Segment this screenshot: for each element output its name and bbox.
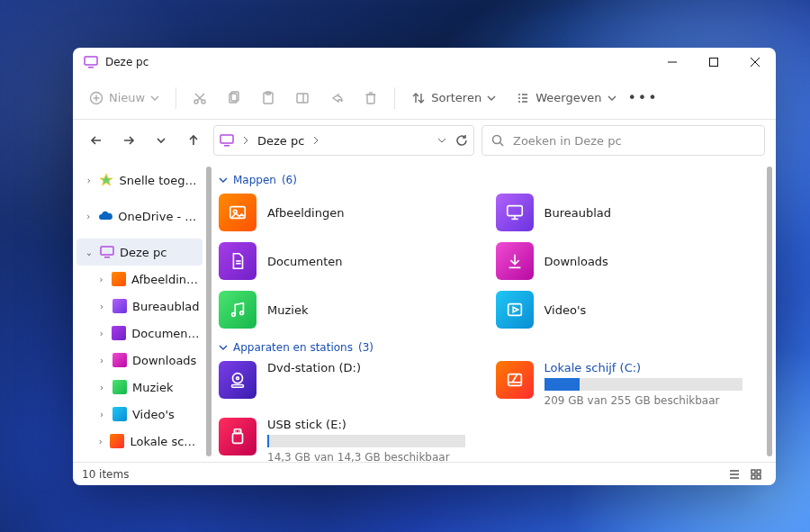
svg-rect-17 — [297, 94, 308, 103]
refresh-icon[interactable] — [455, 134, 468, 147]
details-view-button[interactable] — [724, 465, 745, 483]
sidebar-item-documents[interactable]: › Documenten — [76, 320, 202, 347]
group-label: Mappen — [233, 174, 276, 186]
sidebar-item-onedrive[interactable]: › OneDrive - Perso — [76, 203, 202, 230]
chevron-right-icon: › — [96, 356, 107, 365]
group-count: (6) — [282, 174, 297, 186]
svg-point-10 — [202, 100, 205, 104]
titlebar[interactable]: Deze pc — [73, 48, 776, 77]
folder-label: Downloads — [544, 255, 608, 268]
sidebar-item-videos[interactable]: › Video's — [76, 401, 202, 428]
svg-point-50 — [240, 311, 244, 315]
folder-pictures[interactable]: Afbeeldingen — [219, 194, 487, 231]
folder-documents[interactable]: Documenten — [219, 242, 487, 280]
chevron-right-icon: › — [84, 176, 94, 185]
folder-desktop[interactable]: Bureaublad — [496, 194, 764, 231]
sidebar-item-local-disk[interactable]: › Lokale schijf (C: — [76, 428, 202, 455]
share-icon — [329, 91, 344, 105]
rename-icon — [295, 91, 310, 105]
chevron-right-icon: › — [96, 437, 104, 446]
sidebar-item-quick-access[interactable]: › Snelle toegang — [76, 167, 202, 194]
paste-button[interactable] — [252, 82, 284, 114]
svg-rect-56 — [508, 374, 521, 386]
usb-icon — [219, 418, 256, 455]
folder-downloads[interactable]: Downloads — [496, 242, 764, 280]
back-button[interactable] — [84, 126, 109, 155]
svg-line-58 — [512, 374, 518, 383]
cloud-icon — [98, 209, 112, 223]
breadcrumb[interactable]: Deze pc — [257, 134, 304, 148]
svg-marker-37 — [100, 174, 112, 185]
up-button[interactable] — [181, 126, 206, 155]
drive-usb[interactable]: USB stick (E:) 14,3 GB van 14,3 GB besch… — [219, 418, 487, 462]
sidebar-item-desktop[interactable]: › Bureaublad — [76, 293, 202, 320]
drive-dvd[interactable]: Dvd-station (D:) — [219, 361, 487, 407]
folder-icon — [112, 299, 127, 313]
folder-icon — [219, 291, 256, 329]
sidebar-item-this-pc[interactable]: ⌄ Deze pc — [76, 239, 202, 266]
minimize-button[interactable] — [652, 48, 693, 77]
chevron-down-icon — [487, 94, 496, 103]
address-bar[interactable]: Deze pc — [213, 125, 474, 156]
chevron-down-icon — [150, 94, 159, 103]
search-input[interactable]: Zoeken in Deze pc — [482, 125, 765, 156]
separator — [394, 87, 395, 109]
chevron-down-icon[interactable] — [437, 136, 446, 145]
capacity-bar — [267, 435, 465, 447]
recent-button[interactable] — [148, 126, 174, 155]
content-pane[interactable]: Mappen (6) Afbeeldingen Bureaublad Docum… — [202, 161, 776, 462]
folder-music[interactable]: Muziek — [219, 291, 487, 329]
share-button[interactable] — [320, 82, 353, 114]
svg-rect-0 — [85, 57, 97, 65]
maximize-button[interactable] — [693, 48, 734, 77]
navigation-row: Deze pc Zoeken in Deze pc — [73, 120, 776, 161]
rename-button[interactable] — [286, 82, 319, 114]
folder-label: Documenten — [267, 255, 343, 268]
sidebar-item-label: Lokale schijf (C: — [130, 435, 202, 448]
svg-rect-67 — [757, 470, 760, 473]
forward-button[interactable] — [116, 126, 141, 155]
sidebar-item-label: Downloads — [132, 354, 196, 367]
group-header-devices[interactable]: Apparaten en stations (3) — [219, 341, 763, 354]
navigation-pane[interactable]: › Snelle toegang › OneDrive - Perso ⌄ De… — [73, 161, 202, 462]
drive-subtext: 209 GB van 255 GB beschikbaar — [544, 394, 742, 407]
folder-icon — [219, 242, 256, 280]
sidebar-item-label: Bureaublad — [132, 300, 200, 313]
folder-icon — [112, 407, 127, 421]
svg-rect-68 — [752, 475, 755, 479]
cut-button[interactable] — [184, 82, 216, 114]
drive-local[interactable]: Lokale schijf (C:) 209 GB van 255 GB bes… — [496, 361, 764, 407]
more-button[interactable]: ••• — [627, 82, 660, 114]
sidebar-item-pictures[interactable]: › Afbeeldingen — [76, 266, 202, 293]
chevron-down-icon — [608, 94, 616, 103]
folder-label: Afbeeldingen — [267, 206, 344, 220]
folder-videos[interactable]: Video's — [496, 291, 764, 329]
sidebar-item-music[interactable]: › Muziek — [76, 374, 202, 401]
tiles-view-button[interactable] — [745, 465, 767, 483]
sidebar-item-label: Muziek — [132, 381, 173, 394]
group-header-folders[interactable]: Mappen (6) — [219, 174, 763, 186]
close-button[interactable] — [734, 48, 776, 77]
search-placeholder: Zoeken in Deze pc — [513, 134, 622, 148]
svg-rect-1 — [88, 67, 94, 68]
this-pc-icon — [84, 55, 98, 69]
chevron-down-icon — [219, 176, 228, 185]
folder-label: Video's — [544, 303, 587, 317]
sort-button[interactable]: Sorteren — [402, 82, 505, 114]
folder-icon — [112, 353, 127, 367]
view-button[interactable]: Weergeven — [507, 82, 625, 114]
svg-marker-52 — [513, 307, 518, 312]
capacity-fill — [267, 435, 269, 447]
svg-line-36 — [500, 143, 504, 147]
delete-button[interactable] — [355, 82, 387, 114]
list-icon — [728, 468, 741, 481]
sidebar-item-downloads[interactable]: › Downloads — [76, 347, 202, 374]
drive-icon — [496, 361, 534, 399]
chevron-down-icon: ⌄ — [84, 248, 94, 257]
new-button[interactable]: Nieuw — [80, 82, 168, 114]
svg-point-54 — [237, 377, 239, 380]
svg-rect-38 — [101, 247, 113, 255]
folder-icon — [496, 242, 534, 280]
grid-icon — [750, 468, 762, 481]
copy-button[interactable] — [218, 82, 250, 114]
